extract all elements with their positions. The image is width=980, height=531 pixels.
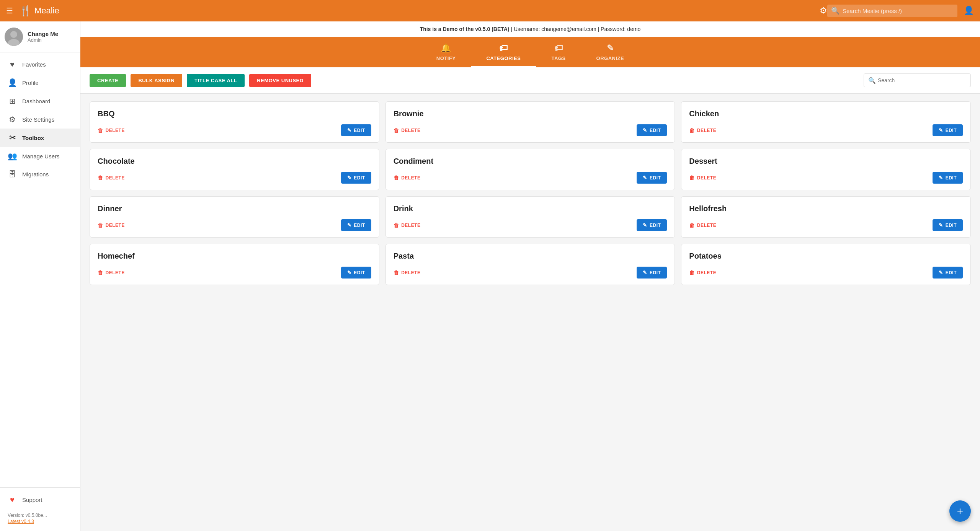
sidebar-item-profile[interactable]: 👤 Profile — [0, 73, 80, 92]
delete-label: DELETE — [106, 270, 125, 275]
delete-label: DELETE — [106, 128, 125, 133]
delete-button[interactable]: 🗑 DELETE — [98, 222, 125, 228]
sidebar-item-dashboard[interactable]: ⊞ Dashboard — [0, 92, 80, 110]
trash-icon: 🗑 — [394, 222, 399, 228]
edit-label: EDIT — [354, 175, 365, 181]
bulk-assign-button[interactable]: BULK ASSIGN — [131, 74, 182, 87]
delete-button[interactable]: 🗑 DELETE — [98, 127, 125, 134]
card-actions: 🗑 DELETE ✎ EDIT — [689, 172, 963, 184]
avatar — [5, 28, 23, 46]
edit-button[interactable]: ✎ EDIT — [341, 267, 371, 279]
favorites-icon: ♥ — [8, 60, 17, 69]
edit-label: EDIT — [354, 128, 365, 133]
delete-label: DELETE — [401, 223, 420, 228]
category-card: Drink 🗑 DELETE ✎ EDIT — [385, 196, 675, 238]
latest-version-link[interactable]: Latest v0.4.3 — [8, 519, 72, 524]
edit-label: EDIT — [650, 223, 661, 228]
card-actions: 🗑 DELETE ✎ EDIT — [394, 124, 667, 136]
svg-point-1 — [10, 31, 17, 38]
sidebar-item-favorites[interactable]: ♥ Favorites — [0, 55, 80, 73]
card-actions: 🗑 DELETE ✎ EDIT — [394, 172, 667, 184]
sidebar-label-manage-users: Manage Users — [22, 153, 60, 160]
manage-users-icon: 👥 — [8, 151, 17, 161]
delete-label: DELETE — [697, 175, 716, 181]
edit-button[interactable]: ✎ EDIT — [637, 124, 667, 136]
edit-button[interactable]: ✎ EDIT — [341, 172, 371, 184]
category-name: Pasta — [394, 252, 667, 261]
tab-notify[interactable]: 🔔 NOTIFY — [421, 37, 471, 67]
delete-button[interactable]: 🗑 DELETE — [98, 175, 125, 181]
sidebar-label-profile: Profile — [22, 80, 39, 86]
user-icon[interactable]: 👤 — [964, 6, 974, 16]
trash-icon: 🗑 — [689, 270, 695, 276]
category-card: Condiment 🗑 DELETE ✎ EDIT — [385, 149, 675, 190]
card-actions: 🗑 DELETE ✎ EDIT — [98, 219, 371, 231]
trash-icon: 🗑 — [98, 127, 103, 134]
trash-icon: 🗑 — [98, 222, 103, 228]
sidebar-user: Change Me Admin — [0, 21, 80, 52]
edit-button[interactable]: ✎ EDIT — [933, 267, 963, 279]
edit-icon: ✎ — [939, 175, 943, 181]
edit-button[interactable]: ✎ EDIT — [341, 124, 371, 136]
category-card: Hellofresh 🗑 DELETE ✎ EDIT — [681, 196, 971, 238]
edit-label: EDIT — [354, 223, 365, 228]
delete-button[interactable]: 🗑 DELETE — [394, 270, 421, 276]
sidebar-user-info: Change Me Admin — [28, 31, 58, 43]
sidebar-item-manage-users[interactable]: 👥 Manage Users — [0, 147, 80, 165]
category-card: Pasta 🗑 DELETE ✎ EDIT — [385, 244, 675, 285]
create-button[interactable]: CREATE — [90, 74, 126, 87]
global-search-input[interactable] — [827, 5, 957, 17]
remove-unused-button[interactable]: REMOVE UNUSED — [249, 74, 311, 87]
delete-button[interactable]: 🗑 DELETE — [98, 270, 125, 276]
title-case-all-button[interactable]: TITLE CASE ALL — [187, 74, 245, 87]
category-card: Potatoes 🗑 DELETE ✎ EDIT — [681, 244, 971, 285]
sidebar-item-migrations[interactable]: 🗄 Migrations — [0, 165, 80, 183]
delete-button[interactable]: 🗑 DELETE — [394, 127, 421, 134]
sidebar-label-toolbox: Toolbox — [22, 135, 44, 141]
tab-tags[interactable]: 🏷 TAGS — [536, 37, 581, 67]
organize-tab-icon: ✎ — [607, 43, 614, 53]
category-search-input[interactable] — [864, 73, 971, 87]
category-name: Chicken — [689, 109, 963, 118]
delete-button[interactable]: 🗑 DELETE — [394, 175, 421, 181]
delete-button[interactable]: 🗑 DELETE — [689, 127, 716, 134]
card-actions: 🗑 DELETE ✎ EDIT — [98, 172, 371, 184]
edit-label: EDIT — [946, 223, 957, 228]
categories-tab-label: CATEGORIES — [486, 55, 521, 61]
sidebar-item-site-settings[interactable]: ⚙ Site Settings — [0, 110, 80, 129]
edit-button[interactable]: ✎ EDIT — [933, 124, 963, 136]
delete-label: DELETE — [697, 223, 716, 228]
fab-button[interactable]: + — [949, 500, 971, 522]
sidebar-bottom: ♥ Support Version: v0.5.0be... Latest v0… — [0, 487, 80, 531]
main-layout: Change Me Admin ♥ Favorites 👤 Profile ⊞ … — [0, 21, 980, 531]
sidebar-item-toolbox[interactable]: ✂ Toolbox — [0, 129, 80, 147]
edit-button[interactable]: ✎ EDIT — [341, 219, 371, 231]
edit-button[interactable]: ✎ EDIT — [637, 219, 667, 231]
card-actions: 🗑 DELETE ✎ EDIT — [689, 219, 963, 231]
tab-categories[interactable]: 🏷 CATEGORIES — [471, 37, 536, 67]
menu-icon[interactable]: ☰ — [6, 6, 13, 15]
dashboard-icon: ⊞ — [8, 96, 17, 106]
delete-label: DELETE — [697, 270, 716, 275]
edit-icon: ✎ — [939, 222, 943, 228]
search-filter-wrap: 🔍 — [864, 73, 971, 87]
delete-button[interactable]: 🗑 DELETE — [689, 270, 716, 276]
sidebar-item-support[interactable]: ♥ Support — [0, 491, 80, 509]
delete-button[interactable]: 🗑 DELETE — [394, 222, 421, 228]
demo-banner: This is a Demo of the v0.5.0 (BETA) | Us… — [80, 21, 980, 37]
delete-label: DELETE — [401, 175, 420, 181]
edit-button[interactable]: ✎ EDIT — [933, 172, 963, 184]
tags-tab-label: TAGS — [551, 55, 565, 61]
delete-button[interactable]: 🗑 DELETE — [689, 222, 716, 228]
sidebar-label-favorites: Favorites — [22, 61, 46, 68]
edit-button[interactable]: ✎ EDIT — [637, 172, 667, 184]
search-wrap: 🔍 — [827, 5, 957, 17]
sidebar-label-migrations: Migrations — [22, 171, 49, 178]
tab-organize[interactable]: ✎ ORGANIZE — [581, 37, 640, 67]
category-card: Chocolate 🗑 DELETE ✎ EDIT — [90, 149, 379, 190]
delete-button[interactable]: 🗑 DELETE — [689, 175, 716, 181]
edit-label: EDIT — [650, 270, 661, 275]
settings-icon[interactable]: ⚙ — [820, 6, 827, 16]
edit-button[interactable]: ✎ EDIT — [637, 267, 667, 279]
edit-button[interactable]: ✎ EDIT — [933, 219, 963, 231]
